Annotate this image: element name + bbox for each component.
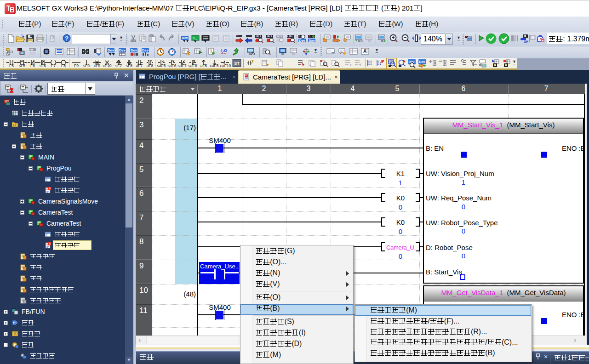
svg-text:Dev: Dev [142,48,149,52]
svg-text:?: ? [65,35,69,42]
svg-text:Dev: Dev [119,48,126,52]
svg-text:I: I [221,48,223,53]
svg-text:I: I [211,49,212,54]
svg-text:Dev: Dev [108,48,114,52]
svg-text:Dev: Dev [419,60,425,63]
svg-text:>_: >_ [193,36,197,40]
svg-text:HW: HW [203,37,208,40]
svg-text:Dev: Dev [182,36,188,40]
svg-text:Dev: Dev [299,39,305,42]
svg-text:Dev: Dev [309,39,315,42]
svg-text:ST: ST [234,61,240,66]
svg-text:Dev: Dev [131,48,137,52]
